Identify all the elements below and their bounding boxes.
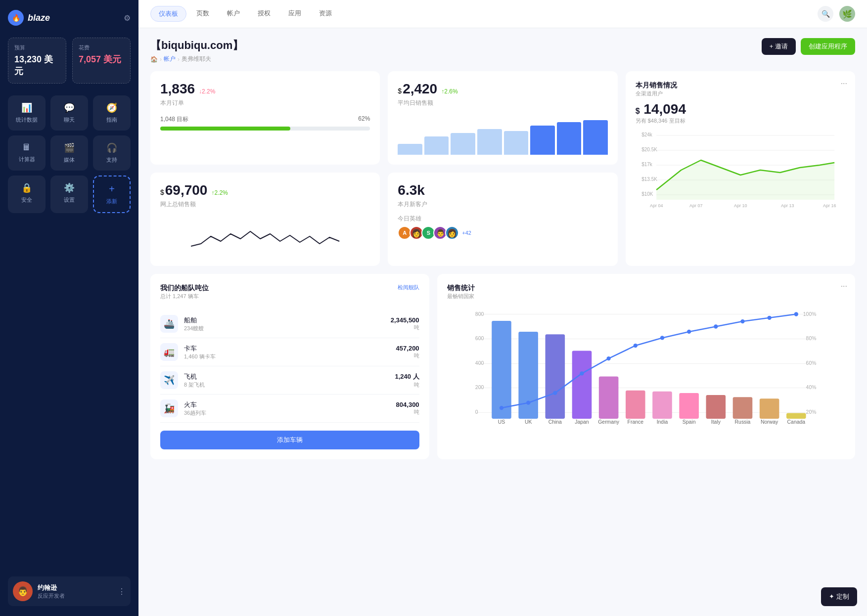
progress-pct: 62% bbox=[358, 115, 370, 124]
fleet-info-ship: 船舶 234艘艘 bbox=[184, 316, 385, 332]
budget-card: 预算 13,230 美元 bbox=[8, 38, 66, 84]
svg-text:Italy: Italy bbox=[711, 419, 721, 425]
svg-text:Spain: Spain bbox=[682, 419, 695, 425]
nav-item-calculator[interactable]: 🖩 计算器 bbox=[8, 135, 46, 171]
svg-rect-41 bbox=[759, 398, 779, 419]
fleet-name-plane: 飞机 bbox=[184, 372, 389, 381]
sales-stats-title: 销售统计 bbox=[447, 284, 845, 293]
security-icon: 🔒 bbox=[21, 182, 32, 193]
fleet-item-truck: 🚛 卡车 1,460 辆卡车 457,200 吨 bbox=[160, 338, 419, 366]
fleet-count-ship: 234艘艘 bbox=[184, 325, 385, 332]
nav-item-media[interactable]: 🎬 媒体 bbox=[50, 135, 88, 171]
tab-accounts[interactable]: 帐户 bbox=[219, 6, 248, 22]
fleet-link[interactable]: 检阅舰队 bbox=[398, 284, 419, 291]
new-customers-label: 本月新客户 bbox=[398, 200, 607, 209]
monthly-sales-amount: $ 14,094 bbox=[636, 101, 845, 117]
fleet-header: 我们的船队吨位 总计 1,247 辆车 检阅舰队 bbox=[160, 284, 419, 308]
sales-stats-more[interactable]: ··· bbox=[841, 282, 847, 291]
fleet-title-area: 我们的船队吨位 总计 1,247 辆车 bbox=[160, 284, 209, 308]
chat-icon: 💬 bbox=[64, 102, 75, 113]
expense-amount: 7,057 美元 bbox=[79, 53, 124, 65]
mini-bar-5 bbox=[530, 126, 555, 155]
sales-chart-container: 100% 80% 60% 40% 20% 800 600 bbox=[447, 308, 845, 432]
orders-header: 1,836 ↓2.2% bbox=[160, 81, 370, 97]
svg-text:Germany: Germany bbox=[598, 419, 620, 425]
mini-bar-7 bbox=[583, 120, 608, 155]
breadcrumb: 🏠 › 帐户 › 奥弗维耶夫 bbox=[150, 55, 243, 63]
nav-item-chat[interactable]: 💬 聊天 bbox=[50, 95, 88, 131]
tab-dashboard[interactable]: 仪表板 bbox=[150, 6, 186, 22]
today-heroes: 今日英雄 A 👩 S 👨 👩 +42 bbox=[398, 215, 607, 240]
monthly-currency: $ bbox=[636, 107, 640, 115]
svg-text:Apr 16: Apr 16 bbox=[823, 203, 836, 208]
nav-item-support[interactable]: 🎧 支持 bbox=[93, 135, 131, 171]
logo-area: 🔥 blaze bbox=[8, 10, 50, 26]
breadcrumb-current: 奥弗维耶夫 bbox=[182, 55, 211, 63]
nav-label-guide: 指南 bbox=[106, 116, 117, 124]
monthly-sales-more[interactable]: ··· bbox=[841, 79, 847, 88]
user-avatar: 👨 bbox=[13, 581, 33, 601]
customize-button[interactable]: ✦ 定制 bbox=[821, 587, 857, 606]
svg-text:China: China bbox=[548, 419, 561, 425]
svg-point-62 bbox=[687, 330, 691, 334]
page-header: 【biqubiqu.com】 🏠 › 帐户 › 奥弗维耶夫 + 邀请 创建应用程… bbox=[150, 38, 855, 63]
expense-label: 花费 bbox=[79, 44, 124, 51]
orders-card: 1,836 ↓2.2% 本月订单 1,048 目标 62% bbox=[150, 71, 380, 165]
settings-icon: ⚙️ bbox=[64, 182, 75, 193]
tab-resources[interactable]: 资源 bbox=[311, 6, 340, 22]
progress-bar-bg bbox=[160, 127, 370, 131]
breadcrumb-accounts[interactable]: 帐户 bbox=[164, 55, 176, 63]
online-sales-card: $ 69,700 ↑2.2% 网上总销售额 bbox=[150, 173, 380, 266]
svg-text:40%: 40% bbox=[806, 385, 816, 390]
logo-icon: 🔥 bbox=[8, 10, 24, 26]
nav-item-settings[interactable]: ⚙️ 设置 bbox=[50, 176, 88, 213]
nav-label-support: 支持 bbox=[106, 156, 117, 164]
svg-point-58 bbox=[580, 371, 584, 375]
nav-item-stats[interactable]: 📊 统计数据 bbox=[8, 95, 46, 131]
nav-item-add[interactable]: + 添新 bbox=[93, 176, 131, 213]
svg-text:India: India bbox=[656, 419, 668, 425]
mini-bar-6 bbox=[557, 122, 582, 155]
svg-point-66 bbox=[794, 312, 798, 316]
logo-text: blaze bbox=[28, 13, 50, 23]
svg-rect-32 bbox=[518, 332, 538, 419]
progress-bar-fill bbox=[160, 127, 290, 131]
tab-apps[interactable]: 应用 bbox=[280, 6, 309, 22]
daily-sales-header: $ 2,420 ↑2.6% bbox=[398, 81, 607, 97]
svg-text:Apr 04: Apr 04 bbox=[650, 203, 663, 208]
user-more-icon[interactable]: ⋮ bbox=[118, 587, 126, 596]
online-sales-change: ↑2.2% bbox=[211, 189, 228, 196]
tab-pages[interactable]: 页数 bbox=[188, 6, 217, 22]
fleet-amount-truck: 457,200 吨 bbox=[396, 345, 419, 359]
nav-user-avatar[interactable]: 🌿 bbox=[839, 6, 855, 22]
nav-item-security[interactable]: 🔒 安全 bbox=[8, 176, 46, 213]
nav-item-guide[interactable]: 🧭 指南 bbox=[93, 95, 131, 131]
create-app-button[interactable]: 创建应用程序 bbox=[801, 38, 855, 55]
calculator-icon: 🖩 bbox=[22, 142, 31, 153]
add-vehicle-button[interactable]: 添加车辆 bbox=[160, 431, 419, 449]
svg-rect-33 bbox=[545, 334, 565, 419]
stats-icon: 📊 bbox=[21, 102, 32, 113]
svg-text:Japan: Japan bbox=[575, 419, 589, 425]
sales-stats-card: ··· 销售统计 最畅销国家 100% 80% 60% 40% 20% bbox=[437, 274, 855, 459]
search-button[interactable]: 🔍 bbox=[818, 6, 833, 22]
sidebar-top-settings-icon[interactable]: ⚙ bbox=[124, 13, 131, 23]
svg-text:$13.5K: $13.5K bbox=[641, 176, 657, 182]
fleet-name-train: 火车 bbox=[184, 400, 390, 409]
svg-point-65 bbox=[767, 316, 771, 320]
fleet-amount-ship: 2,345,500 吨 bbox=[391, 316, 419, 331]
fleet-unit-train: 吨 bbox=[396, 408, 419, 416]
svg-rect-34 bbox=[572, 351, 592, 419]
svg-point-60 bbox=[633, 344, 637, 348]
fleet-title: 我们的船队吨位 bbox=[160, 284, 209, 293]
online-sales-currency: $ bbox=[160, 188, 164, 196]
tab-auth[interactable]: 授权 bbox=[250, 6, 278, 22]
daily-sales-label: 平均日销售额 bbox=[398, 99, 607, 107]
user-name: 约翰逊 bbox=[38, 583, 113, 592]
page-title-area: 【biqubiqu.com】 🏠 › 帐户 › 奥弗维耶夫 bbox=[150, 38, 243, 63]
svg-rect-39 bbox=[706, 395, 726, 419]
progress-target: 1,048 目标 bbox=[160, 115, 188, 124]
invite-button[interactable]: + 邀请 bbox=[762, 38, 796, 55]
breadcrumb-home: 🏠 bbox=[150, 56, 158, 63]
daily-sales-change: ↑2.6% bbox=[441, 88, 457, 95]
